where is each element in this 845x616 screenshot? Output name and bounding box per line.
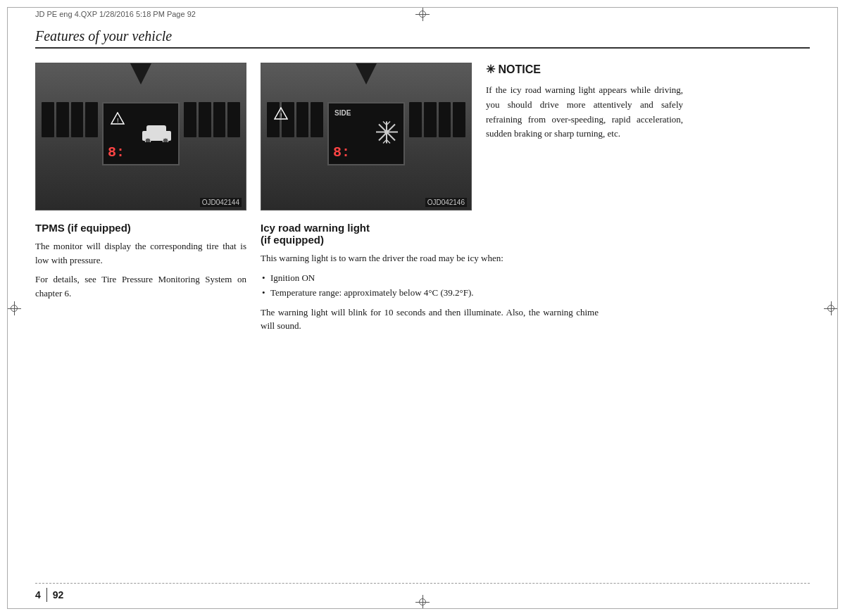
section-header: Features of your vehicle [35,28,810,49]
tpms-center-display: ! 8: [102,102,180,165]
tpms-title: TPMS (if equipped) [35,222,246,234]
svg-point-4 [145,138,151,142]
icy-road-title-main: Icy road warning light [261,222,370,234]
icy-road-bullet-1: Ignition ON [261,271,599,285]
section-title: Features of your vehicle [35,28,172,44]
tpms-body: The monitor will display the correspondi… [35,239,246,300]
svg-point-14 [384,130,389,134]
warning-triangle-icon: ! [111,112,125,127]
svg-point-5 [163,138,168,142]
icy-road-bullet-list: Ignition ON Temperature range: approxima… [261,271,599,300]
icy-vents-right [409,102,465,137]
tpms-body-1: The monitor will display the correspondi… [35,239,246,267]
icy-warning-icon [375,120,399,148]
svg-rect-3 [146,125,166,134]
notice-label: NOTICE [498,63,540,75]
top-meta: JD PE eng 4.QXP 1/28/2016 5:18 PM Page 9… [35,10,810,18]
tpms-number-display: 8: [108,144,125,161]
footer-chapter: 4 [35,589,41,601]
icy-warning-triangle-icon: ! [274,107,288,122]
content-area: Features of your vehicle [35,28,810,581]
car-silhouette-icon [141,122,173,145]
icy-road-image: SIDE [261,63,472,210]
notice-body: If the icy road warning light appears wh… [486,83,683,142]
icy-road-title-sub: (if equipped) [261,234,324,246]
icy-road-bullet-2: Temperature range: approximately below 4… [261,286,599,300]
image-row: ! 8: [35,63,810,210]
notice-title: ✳ NOTICE [486,63,683,76]
icy-road-body-1: This warning light is to warn the driver… [261,251,599,265]
icy-number-display: 8: [333,144,350,161]
tpms-image: ! 8: [35,63,246,210]
notice-column: ✳ NOTICE If the icy road warning light a… [486,63,683,210]
notice-box: ✳ NOTICE If the icy road warning light a… [486,63,683,142]
vents-right [184,102,240,137]
footer: 4 92 [35,583,810,602]
notice-text-spacer [613,222,810,339]
file-info: JD PE eng 4.QXP 1/28/2016 5:18 PM Page 9… [35,10,196,18]
notice-symbol: ✳ [486,63,495,75]
tpms-text-column: TPMS (if equipped) The monitor will disp… [35,222,246,339]
text-row: TPMS (if equipped) The monitor will disp… [35,222,810,339]
arrow-pointer-left [130,63,151,84]
vents-left [42,102,98,137]
icy-road-body: This warning light is to warn the driver… [261,251,599,333]
icy-road-text-column: Icy road warning light (if equipped) Thi… [261,222,599,339]
icy-image-code: OJD042146 [425,198,467,207]
tpms-image-code: OJD042144 [200,198,242,207]
svg-text:!: ! [280,112,282,119]
footer-divider [46,588,47,602]
svg-text:!: ! [117,117,119,124]
footer-page: 92 [53,589,64,601]
icy-road-title: Icy road warning light (if equipped) [261,222,599,246]
icy-road-body-2: The warning light will blink for 10 seco… [261,306,599,333]
icy-center-display: SIDE [327,102,405,165]
tpms-body-2: For details, see Tire Pressure Monitorin… [35,272,246,300]
arrow-pointer-right [356,63,377,84]
side-text: SIDE [334,109,351,117]
